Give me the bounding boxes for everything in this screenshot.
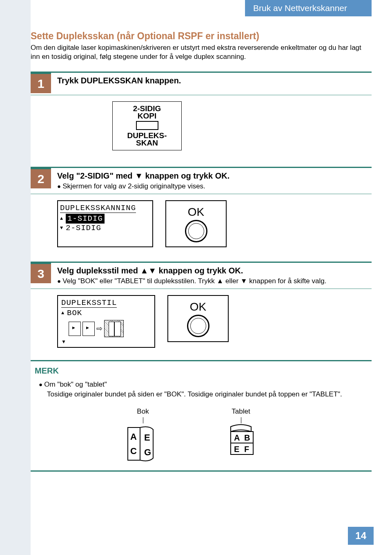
step-2-displays: DUPLEKSSKANNING ▲1-SIDIG ▼2-SIDIG OK <box>57 200 372 247</box>
step-2-bullet: Skjermen for valg av 2-sidig originaltyp… <box>57 182 372 190</box>
page-icon-1 <box>69 322 81 336</box>
book-result-icon <box>104 320 124 337</box>
left-sidebar-column <box>0 0 31 555</box>
step-2: 2 Velg "2-SIDIG" med ▼ knappen og trykk … <box>31 167 372 247</box>
header-tab: Bruk av Nettverkskanner <box>245 0 372 16</box>
note-heading: Om "bok" og "tablet" <box>39 380 372 389</box>
page-number: 14 <box>348 527 374 545</box>
ok-label: OK <box>188 206 204 219</box>
binding-diagrams: Bok A C E G Tablet A <box>125 407 372 462</box>
lcd-duplex-style: DUPLEKSSTIL ▲BOK ⇨ ▼ <box>57 295 155 348</box>
lcd-line-bok: ▲BOK <box>61 309 151 318</box>
page-icon-2 <box>82 322 95 336</box>
duplex-button-display: 2-SIDIGKOPI DUPLEKS-SKAN <box>112 101 182 150</box>
button-rect-icon <box>136 121 158 130</box>
step-number-2: 2 <box>31 168 51 188</box>
step-3-displays: DUPLEKSSTIL ▲BOK ⇨ ▼ OK <box>57 295 372 348</box>
step-3: 3 Velg dupleksstil med ▲▼ knappen og try… <box>31 262 372 348</box>
note-title: MERK <box>35 366 372 376</box>
svg-text:E: E <box>144 432 150 443</box>
lcd-title: DUPLEKSSKANNING <box>60 204 136 213</box>
lcd-line-1sidig: ▲1-SIDIG <box>60 214 150 224</box>
tablet-diagram: Tablet A B E F <box>223 407 259 462</box>
ok-label-2: OK <box>190 300 206 313</box>
button-label-dupleks-skan: DUPLEKS-SKAN <box>127 132 167 147</box>
bok-diagram: Bok A C E G <box>125 407 161 462</box>
arrow-icon: ⇨ <box>96 324 102 333</box>
note-section: MERK Om "bok" og "tablet" Tosidige origi… <box>31 360 372 472</box>
lcd-style-title: DUPLEKSSTIL <box>61 298 117 308</box>
ok-circle-icon <box>185 220 207 242</box>
svg-text:G: G <box>144 447 151 457</box>
header-bar: Bruk av Nettverkskanner <box>31 0 372 16</box>
intro-paragraph: Om den digitale laser kopimaskinen/skriv… <box>31 43 372 61</box>
ok-button-display-2: OK <box>167 295 229 342</box>
note-body: Om "bok" og "tablet" Tosidige originaler… <box>39 380 372 399</box>
svg-text:B: B <box>244 433 250 442</box>
step-1: 1 Trykk DUPLEKSSKAN knappen. 2-SIDIGKOPI… <box>31 72 372 150</box>
step-1-title: Trykk DUPLEKSSKAN knappen. <box>57 76 372 85</box>
ok-button-display: OK <box>165 200 227 247</box>
lcd-duplex-scanning: DUPLEKSSKANNING ▲1-SIDIG ▼2-SIDIG <box>57 200 153 247</box>
lcd-line-2sidig: ▼2-SIDIG <box>60 224 150 233</box>
duplex-style-icons: ⇨ <box>61 320 151 337</box>
section-title: Sette Dupleksskan (når Optional RSPF er … <box>31 31 372 42</box>
step-number-3: 3 <box>31 263 51 283</box>
svg-text:E: E <box>234 445 239 454</box>
step-number-1: 1 <box>31 73 51 93</box>
bok-label: Bok <box>137 407 149 416</box>
tablet-label: Tablet <box>232 407 250 416</box>
tablet-illustration-icon: A B E F <box>223 423 259 460</box>
svg-text:C: C <box>130 446 137 456</box>
svg-text:A: A <box>130 432 137 442</box>
step-3-title: Velg dupleksstil med ▲▼ knappen og trykk… <box>57 266 372 275</box>
step-3-bullet: Velg "BOK" eller "TABLET" til duplekssti… <box>57 277 372 285</box>
note-text: Tosidige originaler bundet på siden er "… <box>47 389 372 399</box>
step-2-title: Velg "2-SIDIG" med ▼ knappen og trykk OK… <box>57 171 372 181</box>
bok-illustration-icon: A C E G <box>125 423 161 462</box>
svg-text:A: A <box>234 433 240 442</box>
page-content: Bruk av Nettverkskanner Sette Dupleksska… <box>31 0 392 472</box>
svg-text:F: F <box>244 445 249 454</box>
button-label-2sidig-kopi: 2-SIDIGKOPI <box>133 105 161 120</box>
ok-circle-icon-2 <box>187 315 209 337</box>
